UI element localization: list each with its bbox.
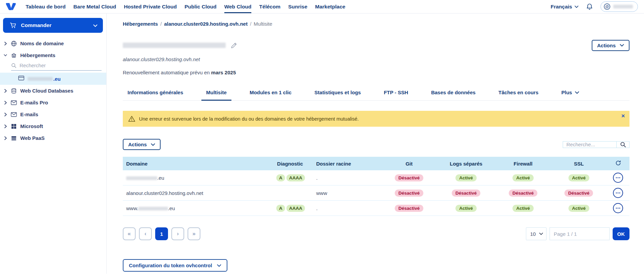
status-badge: Activé <box>512 205 534 212</box>
footer-actions: Configuration du token ovhcontrol <box>123 259 629 272</box>
page-button-first[interactable]: « <box>123 227 136 240</box>
row-actions-button[interactable] <box>613 203 623 213</box>
tab-t-ches-en-cours[interactable]: Tâches en cours <box>494 90 543 101</box>
table-row: alanour.cluster029.hosting.ovh.net www D… <box>123 185 629 201</box>
ovhcloud-manager: Tableau de bordBare Metal CloudHosted Pr… <box>0 0 644 274</box>
dns-record-badge: AAAA <box>286 174 305 181</box>
row-actions-button[interactable] <box>613 173 623 183</box>
edit-pencil-icon[interactable] <box>230 42 237 49</box>
alert-close-button[interactable]: ✕ <box>621 113 625 119</box>
mail-icon <box>10 100 17 105</box>
tab-bases-de-donn-es[interactable]: Bases de données <box>426 90 480 101</box>
refresh-button[interactable] <box>615 160 621 166</box>
column-header-logs-s-par-s: Logs séparés <box>437 157 495 170</box>
chevron-right-icon <box>4 89 7 93</box>
breadcrumb-link-h-bergements[interactable]: Hébergements <box>123 21 158 27</box>
top-link-tableau-de-bord[interactable]: Tableau de bord <box>26 0 66 13</box>
error-alert-banner: Une erreur est survenue lors de la modif… <box>123 111 629 127</box>
domain-suffix: .eu <box>168 205 175 211</box>
sidebar-item-web-cloud-databases[interactable]: Web Cloud Databases <box>0 85 106 97</box>
page-header: Actions <box>123 38 629 52</box>
top-link-marketplace[interactable]: Marketplace <box>315 0 345 13</box>
sidebar-item-microsoft[interactable]: Microsoft <box>0 120 106 132</box>
breadcrumb-current: Multisite <box>254 21 272 27</box>
dns-record-badge: A <box>276 205 285 212</box>
root-folder: . <box>313 170 381 185</box>
root-folder: www <box>313 185 381 201</box>
top-link-bare-metal-cloud[interactable]: Bare Metal Cloud <box>74 0 116 13</box>
pagination-ok-button[interactable]: OK <box>613 227 630 240</box>
chevron-down-icon <box>575 5 579 8</box>
mail-icon <box>10 112 17 117</box>
tab-informations-g-n-rales[interactable]: Informations générales <box>123 90 188 101</box>
top-link-sunrise[interactable]: Sunrise <box>288 0 307 13</box>
top-link-hosted-private-cloud[interactable]: Hosted Private Cloud <box>124 0 177 13</box>
dns-record-badge: A <box>276 174 285 181</box>
renewal-text: Renouvellement automatique prévu en <box>123 70 210 75</box>
table-search-input[interactable] <box>563 142 616 148</box>
top-link-web-cloud[interactable]: Web Cloud <box>224 0 252 13</box>
table-row: www..eu AAAAA . Désactivé Activé Activé … <box>123 201 629 216</box>
warning-triangle-icon <box>128 116 135 122</box>
header-actions-label: Actions <box>597 43 616 48</box>
tab-ftp-ssh[interactable]: FTP - SSH <box>379 90 413 101</box>
notifications-bell-icon[interactable] <box>586 3 593 10</box>
row-actions-button[interactable] <box>613 188 623 198</box>
chevron-right-icon <box>4 113 7 117</box>
per-page-select[interactable]: 10 <box>526 227 547 240</box>
page-button-prev[interactable]: ‹ <box>139 227 152 240</box>
ovhcloud-logo[interactable] <box>5 0 17 13</box>
page-button-current-1[interactable]: 1 <box>155 227 168 240</box>
ellipsis-icon <box>616 207 620 209</box>
redacted-domain <box>126 176 157 180</box>
order-button[interactable]: Commander <box>3 18 103 33</box>
sidebar-services-list: Noms de domaineHébergements.euWeb Cloud … <box>0 38 106 144</box>
chevron-down-icon <box>217 264 221 267</box>
breadcrumb: Hébergements/alanour.cluster029.hosting.… <box>123 21 629 27</box>
column-header-dossier-racine: Dossier racine <box>313 157 381 170</box>
sidebar-search <box>11 63 102 71</box>
status-badge: Désactivé <box>509 190 537 197</box>
top-navbar: Tableau de bordBare Metal CloudHosted Pr… <box>0 0 644 14</box>
domain-name: alanour.cluster029.hosting.ovh.net <box>126 190 203 196</box>
status-badge: Désactivé <box>452 190 480 197</box>
header-actions-button[interactable]: Actions <box>592 40 629 51</box>
sidebar-item-web-paas[interactable]: Web PaaS <box>0 132 106 144</box>
sidebar-item-noms-de-domaine[interactable]: Noms de domaine <box>0 38 106 49</box>
tab-plus[interactable]: Plus <box>557 90 584 101</box>
ovhcontrol-token-label: Configuration du token ovhcontrol <box>129 263 212 268</box>
top-link-public-cloud[interactable]: Public Cloud <box>185 0 217 13</box>
page-button-next[interactable]: › <box>171 227 184 240</box>
svg-text:@: @ <box>605 4 609 8</box>
ovhcontrol-token-button[interactable]: Configuration du token ovhcontrol <box>123 259 227 272</box>
sidebar-item-h-bergements[interactable]: Hébergements <box>0 49 106 61</box>
page-button-last[interactable]: » <box>188 227 200 240</box>
language-selector[interactable]: Français <box>551 4 579 10</box>
chevron-down-icon <box>151 143 155 146</box>
sidebar-item-e-mails-pro[interactable]: E-mails Pro <box>0 97 106 108</box>
pagination: «‹1›» 10 OK <box>123 227 629 240</box>
pagination-buttons: «‹1›» <box>123 227 200 240</box>
column-header-git: Git <box>381 157 437 170</box>
table-row: .eu AAAAA . Désactivé Activé Activé Acti… <box>123 170 629 185</box>
user-account-button[interactable]: @ <box>600 1 638 12</box>
table-actions-button[interactable]: Actions <box>123 139 161 150</box>
database-icon <box>10 88 17 94</box>
redacted-service-name <box>28 77 53 81</box>
tab-multisite[interactable]: Multisite <box>201 90 231 101</box>
domain-suffix: .eu <box>157 175 164 181</box>
status-badge: Désactivé <box>395 174 423 181</box>
sidebar-search-input[interactable] <box>20 63 80 68</box>
user-at-icon: @ <box>604 3 611 10</box>
tab-modules-en-1-clic[interactable]: Modules en 1 clic <box>245 90 296 101</box>
tab-statistiques-et-logs[interactable]: Statistiques et logs <box>310 90 366 101</box>
alert-message: Une erreur est survenue lors de la modif… <box>139 116 359 122</box>
table-search-button[interactable] <box>616 142 629 148</box>
sidebar-item-e-mails[interactable]: E-mails <box>0 108 106 120</box>
page-number-input[interactable] <box>550 227 610 240</box>
status-badge: Désactivé <box>564 190 593 197</box>
domain-prefix: www. <box>126 205 138 211</box>
sidebar-selected-service[interactable]: .eu <box>0 73 106 85</box>
top-link-t-l-com[interactable]: Télécom <box>259 0 280 13</box>
breadcrumb-link-alanour-cluster029-hosting-ovh-net[interactable]: alanour.cluster029.hosting.ovh.net <box>164 21 248 27</box>
